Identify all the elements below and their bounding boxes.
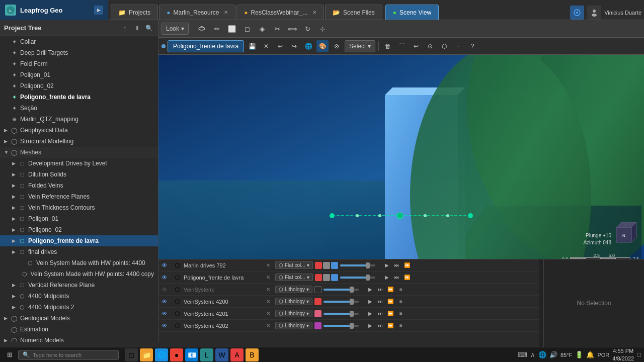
visibility-toggle[interactable]: 👁	[162, 298, 171, 305]
step-btn[interactable]: ⏭	[392, 273, 401, 282]
row-menu-btn[interactable]: ≡	[397, 298, 405, 306]
row-close-btn[interactable]: ✕	[266, 323, 273, 328]
shader-dropdown[interactable]: ⬡ Lithology ▾	[275, 298, 312, 305]
step-btn[interactable]: ⏭	[376, 321, 385, 330]
profile-icon[interactable]	[587, 6, 601, 20]
tree-item[interactable]: ▶ □ Dilution Solids	[0, 169, 158, 180]
row-menu-btn[interactable]: ≡	[397, 286, 405, 294]
box-select-btn[interactable]: ⬜	[225, 22, 238, 35]
row-menu-btn[interactable]: ≡	[397, 310, 405, 318]
delete-btn[interactable]: 🗑	[382, 40, 394, 52]
tree-item[interactable]: ▶ ⬡ 4400 Midpoints 2	[0, 302, 158, 313]
select-dropdown[interactable]: Select ▾	[345, 40, 375, 52]
tree-item[interactable]: ⬡ Vein System Made with HW points: 4400	[0, 257, 158, 268]
step-btn[interactable]: ⏭	[392, 261, 401, 270]
play-btn[interactable]: ▶	[382, 261, 391, 270]
tree-item[interactable]: ▶ ⬡ Poligon_01	[0, 213, 158, 224]
outlook-btn[interactable]: 📧	[185, 348, 198, 361]
visibility-toggle[interactable]: 👁	[162, 310, 171, 317]
tree-item[interactable]: ◯ Estimation	[0, 324, 158, 335]
trim-btn[interactable]: ✂	[271, 22, 284, 35]
app8-btn[interactable]: A	[230, 348, 244, 361]
visibility-toggle[interactable]: 👁	[162, 286, 171, 293]
tree-pause-btn[interactable]: ⏸	[132, 23, 142, 33]
search-bar[interactable]: 🔍 Type here to search	[18, 350, 119, 360]
tab-scene-view[interactable]: ● Scene View	[385, 5, 439, 20]
tree-item[interactable]: ▶ ◯ Structural Modelling	[0, 136, 158, 147]
word-btn[interactable]: W	[215, 348, 228, 361]
chrome-btn[interactable]: ●	[170, 348, 183, 361]
measure-btn[interactable]: ⟺	[286, 22, 299, 35]
globe-btn[interactable]: 🌐	[302, 40, 314, 52]
tree-item[interactable]: ▶ □ Vein Reference Planes	[0, 191, 158, 202]
shader-dropdown[interactable]: ⬡ Flat col... ▾	[275, 274, 313, 281]
cursor-btn[interactable]: ⊹	[316, 22, 329, 35]
visibility-toggle[interactable]: 👁	[162, 262, 171, 269]
tree-item[interactable]: ▶ ◯ Geophysical Data	[0, 125, 158, 136]
tree-item[interactable]: ▶ □ Vein Thickness Contours	[0, 202, 158, 213]
opacity-slider[interactable]	[324, 301, 364, 303]
rotate-btn[interactable]: ↻	[301, 22, 314, 35]
network-icon[interactable]: 🌐	[538, 351, 546, 358]
swatch-blue[interactable]	[331, 274, 338, 281]
tab-scene-files[interactable]: 📂 Scene Files	[325, 5, 382, 20]
chevron-up-icon[interactable]: ∧	[530, 351, 535, 358]
camera-icon[interactable]	[570, 6, 584, 20]
swatch-red[interactable]	[315, 262, 322, 269]
visibility-toggle[interactable]: 👁	[162, 322, 171, 329]
slice-btn[interactable]: ◈	[256, 22, 269, 35]
point-btn[interactable]: ◦	[452, 40, 464, 52]
help-btn[interactable]: ?	[466, 40, 478, 52]
swatch-blue[interactable]	[331, 262, 338, 269]
row-close-btn[interactable]: ✕	[266, 311, 273, 316]
tree-item[interactable]: ✦ Collar	[0, 36, 158, 47]
leapfrog-btn[interactable]: L	[200, 348, 213, 361]
redo-btn[interactable]: ↪	[288, 40, 300, 52]
skip-btn[interactable]: ⏩	[386, 321, 395, 330]
tree-item[interactable]: ▼ ◯ Meshes	[0, 147, 158, 158]
swatch-mid[interactable]	[323, 262, 330, 269]
tab-resclass[interactable]: ● ResClassWebinar_... ✕	[236, 5, 324, 20]
lasso-btn[interactable]: ◻	[240, 22, 254, 35]
swatch-color[interactable]	[314, 322, 321, 329]
shader-dropdown[interactable]: ⬡ Lithology ▾	[275, 310, 312, 317]
viewport[interactable]: N Plunge +10 Azimuth 048 0.0 7.5 2.5 5.0	[158, 55, 644, 274]
wifi-icon[interactable]: ⌨	[518, 351, 527, 358]
notifications-btn[interactable]: □	[637, 351, 641, 358]
skip-btn[interactable]: ⏩	[403, 273, 412, 282]
opacity-slider[interactable]	[324, 289, 364, 291]
skip-btn[interactable]: ⏩	[386, 297, 395, 306]
opacity-slider[interactable]	[324, 325, 364, 327]
row-close-btn[interactable]: ✕	[266, 262, 273, 268]
visibility-toggle[interactable]: 👁	[162, 274, 171, 281]
tree-item[interactable]: ⊕ Marlin_QTZ_mapping	[0, 114, 158, 125]
pen-btn[interactable]: ✏	[210, 22, 223, 35]
node-btn[interactable]: ⬡	[438, 40, 450, 52]
play-btn[interactable]: ▶	[366, 309, 375, 318]
tree-item[interactable]: ▶ □ Development Drives by Level	[0, 158, 158, 169]
tree-item[interactable]: ▶ ◯ Geological Models	[0, 313, 158, 324]
skip-btn[interactable]: ⏩	[386, 285, 395, 294]
orbit-btn[interactable]	[195, 22, 208, 35]
tree-item[interactable]: ▶ ⬡ 4400 Midpoints	[0, 291, 158, 302]
tree-item[interactable]: ⬡ Vein System Made with HW points: 4400 …	[0, 268, 158, 280]
tree-item[interactable]: ▶ □ Vertical Reference Plane	[0, 280, 158, 291]
opacity-slider[interactable]	[324, 313, 364, 315]
shader-dropdown[interactable]: ⬡ Lithology ▾	[275, 322, 312, 329]
app9-btn[interactable]: B	[246, 348, 259, 361]
taskview-btn[interactable]: ⊡	[125, 348, 138, 361]
undo-btn[interactable]: ↩	[274, 40, 286, 52]
row-close-btn[interactable]: ✕	[266, 299, 273, 304]
tree-item[interactable]: ✦ Poligon_01	[0, 69, 158, 80]
tab-resclass-close[interactable]: ✕	[312, 10, 316, 15]
row-menu-btn[interactable]: ≡	[397, 322, 405, 330]
save-btn[interactable]: 💾	[246, 40, 258, 52]
opacity-slider[interactable]	[340, 264, 380, 266]
skip-btn[interactable]: ⏩	[403, 261, 412, 270]
list-scrollbar[interactable]	[539, 259, 543, 347]
swatch-red[interactable]	[315, 274, 322, 281]
swatch-color[interactable]	[314, 298, 321, 305]
tab-projects[interactable]: 📁 Projects	[111, 5, 158, 20]
speaker-icon[interactable]: 🔊	[549, 351, 557, 358]
look-dropdown[interactable]: Look ▾	[162, 23, 189, 35]
